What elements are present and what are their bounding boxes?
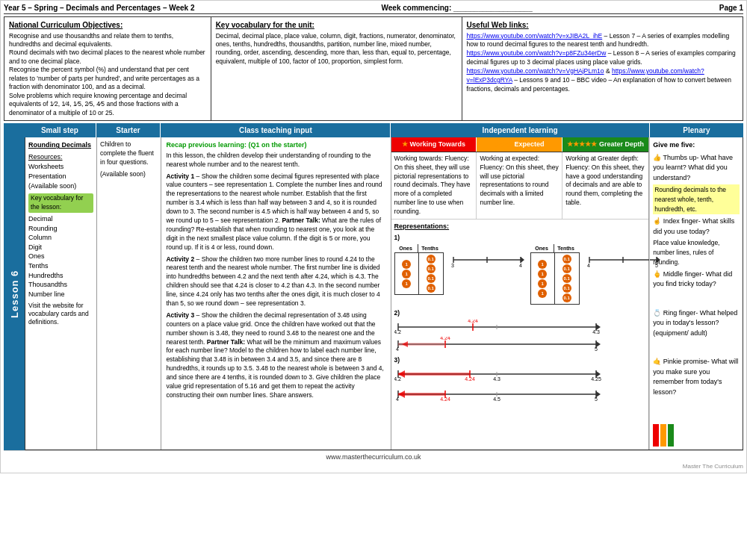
vocab-footer: Visit the website for vocabulary cards a…: [28, 302, 93, 326]
rep3-line2: 4 4.24 4.5 5: [394, 387, 604, 402]
independent-column: ★ Working Towards ★★★ Expected ★★★★★ Gre…: [391, 137, 650, 449]
representations-section: Representations: 1) Ones Tenths: [391, 220, 649, 411]
svg-text:4: 4: [587, 263, 590, 268]
svg-text:4: 4: [396, 346, 399, 352]
recap-header: Recap previous learning: (Q1 on the star…: [166, 140, 385, 150]
plenary-rounding: Rounding decimals to the nearest whole, …: [653, 184, 740, 214]
numberline-1: 3 4: [450, 252, 524, 268]
indep-exp-text: Working at expected: Fluency: On this sh…: [477, 152, 562, 219]
svg-text:4.25: 4.25: [591, 376, 601, 382]
link-3[interactable]: https://www.youtube.com/watch?v=VgHAjPLm…: [467, 67, 604, 75]
link-1[interactable]: https://www.youtube.com/watch?v=xJIBA2L_…: [467, 32, 603, 40]
starter-note: (Available soon): [100, 170, 158, 179]
header-independent: Independent learning: [391, 123, 649, 137]
svg-text:4.24: 4.24: [465, 376, 475, 382]
header-class-teaching: Class teaching input: [161, 123, 391, 137]
header-plenary: Plenary: [650, 123, 743, 137]
plenary-column: Give me five: 👍 Thumbs up- What have you…: [649, 137, 743, 449]
footer: www.masterthecurriculum.co.uk: [4, 450, 743, 463]
indep-wt-text: Working towards: Fluency: On this sheet,…: [391, 152, 477, 219]
key-vocab-lesson-label: Key vocabulary for the lesson:: [28, 193, 93, 213]
svg-text:3: 3: [451, 263, 454, 268]
rep3-line1: 4.2 4.24 4.25 4.3: [394, 367, 604, 382]
representations-title: Representations:: [394, 222, 646, 231]
link-2[interactable]: https://www.youtube.com/watch?v=p8FZu34e…: [467, 49, 607, 57]
svg-text:4.2: 4.2: [394, 376, 401, 382]
indep-exp-header: ★★★ Expected: [477, 137, 562, 152]
useful-links-text: https://www.youtube.com/watch?v=xJIBA2L_…: [467, 32, 738, 94]
svg-text:5: 5: [595, 346, 598, 352]
page-title-left: Year 5 – Spring – Decimals and Percentag…: [4, 4, 195, 12]
header-starter: Starter: [96, 123, 161, 137]
rep2-line1: 4.2 4.3 4.24: [394, 320, 604, 335]
activity-1: Activity 1 – Show the children some deci…: [166, 172, 385, 252]
svg-rect-50: [398, 393, 445, 396]
svg-text:5: 5: [595, 396, 598, 402]
key-vocab-title: Key vocabulary for the unit:: [216, 20, 457, 31]
footer-brand: Master The Curriculum: [4, 463, 743, 470]
nat-curriculum-text: Recognise and use thousandths and relate…: [9, 32, 206, 118]
svg-text:4: 4: [396, 396, 399, 402]
plenary-pinkie: 🤙 Pinkie promise- What will you make sur…: [653, 357, 740, 397]
resources-label: Resources:: [28, 152, 93, 162]
indep-gd-text: Working at Greater depth: Fluency: On th…: [562, 152, 648, 219]
svg-text:4.3: 4.3: [592, 329, 600, 335]
nat-curriculum-title: National Curriculum Objectives:: [9, 20, 206, 31]
activity-2: Activity 2 – Show the children two more …: [166, 255, 385, 308]
svg-text:4.24: 4.24: [468, 320, 478, 323]
plenary-index-ans: Place value knowledge, number lines, rul…: [653, 238, 740, 267]
plenary-middle: 🖕 Middle finger- What did you find trick…: [653, 270, 740, 290]
indep-wt-header: ★ Working Towards: [391, 137, 477, 152]
plenary-thumbsup: 👍 Thumbs up- What have you learnt? What …: [653, 153, 740, 184]
svg-text:4.5: 4.5: [493, 396, 500, 402]
plenary-index: ☝ Index finger- What skills did you use …: [653, 217, 740, 237]
svg-text:4.24: 4.24: [440, 337, 450, 340]
available-soon: (Available soon): [28, 181, 93, 191]
small-step-column: Rounding Decimals Resources: Worksheets …: [25, 137, 97, 449]
useful-links-title: Useful Web links:: [467, 20, 738, 31]
starter-text: Children to complete the fluent in four …: [100, 140, 158, 167]
activity-3: Activity 3 – Show the children the decim…: [166, 311, 385, 400]
svg-rect-39: [398, 373, 470, 376]
footer-website: www.masterthecurriculum.co.uk: [326, 453, 421, 461]
svg-marker-52: [398, 391, 405, 398]
resource-presentation: Presentation: [28, 172, 93, 181]
lesson-label: Lesson 6: [4, 137, 25, 450]
svg-text:4.2: 4.2: [394, 329, 401, 335]
header-small-step: Small step: [24, 123, 96, 137]
svg-text:4: 4: [519, 263, 522, 268]
svg-marker-33: [402, 341, 408, 347]
lesson-intro: In this lesson, the children develop the…: [166, 152, 385, 169]
small-step-title: Rounding Decimals: [28, 140, 93, 150]
plenary-ring: 💍 Ring finger- What helped you in today'…: [653, 308, 740, 339]
key-vocab-text: Decimal, decimal place, place value, col…: [216, 32, 457, 66]
svg-text:4.24: 4.24: [440, 396, 450, 402]
week-commencing: Week commencing: ___________________: [382, 4, 533, 12]
resource-worksheets: Worksheets: [28, 162, 93, 172]
svg-text:4.3: 4.3: [493, 376, 500, 382]
class-teaching-column: Recap previous learning: (Q1 on the star…: [161, 137, 391, 449]
page-number: Page 1: [719, 4, 743, 12]
rep2-line2: 4 5 4.24: [394, 337, 604, 352]
starter-column: Children to complete the fluent in four …: [97, 137, 161, 449]
indep-gd-header: ★★★★★ Greater Depth: [562, 137, 648, 152]
plenary-title: Give me five:: [653, 140, 740, 151]
vocab-list: Decimal Rounding Column Digit Ones Tenth…: [28, 214, 93, 299]
